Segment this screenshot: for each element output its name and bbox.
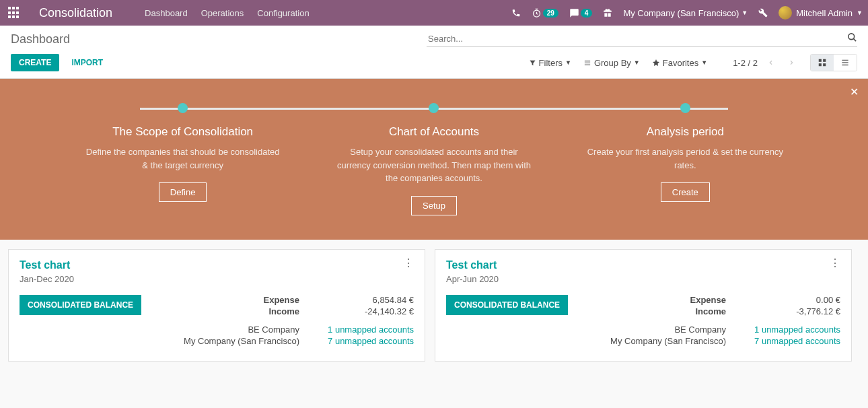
line-label: Expense bbox=[178, 295, 299, 305]
line-value: -3,776.12 € bbox=[739, 306, 840, 316]
line-value: 6,854.84 € bbox=[313, 295, 414, 305]
setup-button[interactable]: Setup bbox=[411, 196, 457, 215]
user-menu[interactable]: Mitchell Admin ▼ bbox=[779, 6, 863, 20]
step-title: The Scope of Consolidation bbox=[70, 125, 296, 139]
filters-dropdown[interactable]: Filters ▼ bbox=[529, 58, 571, 68]
unmapped-link[interactable]: 1 unmapped accounts bbox=[754, 325, 840, 335]
line-label: Income bbox=[605, 306, 726, 316]
chevron-down-icon: ▼ bbox=[857, 9, 863, 16]
nav-right: 29 4 My Company (San Francisco) ▼ Mitche… bbox=[511, 6, 863, 20]
step-desc: Setup your consolidated accounts and the… bbox=[321, 145, 547, 185]
company-label: My Company (San Francisco) bbox=[605, 336, 726, 346]
brand-title: Consolidation bbox=[39, 6, 112, 20]
card-title: Test chart bbox=[446, 259, 499, 271]
company-label: BE Company bbox=[605, 325, 726, 335]
phone-icon[interactable] bbox=[511, 8, 521, 18]
step-desc: Define the companies that should be cons… bbox=[70, 145, 296, 172]
step-dot bbox=[429, 103, 439, 113]
line-label: Expense bbox=[605, 295, 726, 305]
page-range: 1-2 / 2 bbox=[733, 58, 758, 68]
avatar bbox=[779, 6, 792, 20]
nav-menu-operations[interactable]: Operations bbox=[201, 8, 244, 18]
apps-icon[interactable] bbox=[8, 7, 20, 19]
company-name: My Company (San Francisco) bbox=[623, 8, 739, 18]
svg-rect-4 bbox=[819, 63, 822, 66]
search-icon[interactable] bbox=[847, 32, 857, 42]
chevron-down-icon: ▼ bbox=[701, 59, 707, 66]
nav-menu-dashboard[interactable]: Dashboard bbox=[145, 8, 188, 18]
close-icon[interactable]: ✕ bbox=[850, 86, 859, 98]
breadcrumb: Dashboard bbox=[11, 32, 70, 46]
svg-rect-2 bbox=[819, 59, 822, 62]
kanban-view: Test chart Jan-Dec 2020 ⋮ CONSOLIDATED B… bbox=[0, 240, 868, 371]
groupby-dropdown[interactable]: Group By ▼ bbox=[583, 58, 640, 68]
unmapped-link[interactable]: 1 unmapped accounts bbox=[328, 325, 414, 335]
import-button[interactable]: IMPORT bbox=[63, 54, 111, 71]
chevron-down-icon: ▼ bbox=[742, 9, 748, 16]
gift-icon[interactable] bbox=[603, 8, 612, 18]
favorites-dropdown[interactable]: Favorites ▼ bbox=[652, 58, 707, 68]
define-button[interactable]: Define bbox=[159, 182, 207, 202]
user-name: Mitchell Admin bbox=[796, 8, 853, 18]
favorites-label: Favorites bbox=[663, 58, 698, 68]
groupby-label: Group By bbox=[594, 58, 631, 68]
onboarding-step-analysis: Analysis period Create your first analys… bbox=[572, 103, 798, 215]
page-next[interactable] bbox=[785, 56, 798, 69]
company-label: My Company (San Francisco) bbox=[178, 336, 299, 346]
step-title: Chart of Accounts bbox=[321, 125, 547, 139]
step-dot bbox=[178, 103, 188, 113]
svg-point-1 bbox=[848, 34, 855, 40]
filters-label: Filters bbox=[539, 58, 563, 68]
unmapped-link[interactable]: 7 unmapped accounts bbox=[754, 336, 840, 346]
page-prev[interactable] bbox=[764, 56, 778, 69]
control-panel: Dashboard CREATE IMPORT Filters ▼ Group … bbox=[0, 26, 868, 79]
consolidated-balance-button[interactable]: CONSOLIDATED BALANCE bbox=[20, 295, 141, 315]
step-title: Analysis period bbox=[572, 125, 798, 139]
nav-left: Consolidation Dashboard Operations Confi… bbox=[5, 6, 310, 20]
card-period: Jan-Dec 2020 bbox=[20, 274, 74, 284]
step-desc: Create your first analysis period & set … bbox=[572, 145, 798, 172]
onboarding-banner: ✕ The Scope of Consolidation Define the … bbox=[0, 79, 868, 240]
create-button[interactable]: CREATE bbox=[11, 54, 59, 71]
nav-menu-configuration[interactable]: Configuration bbox=[257, 8, 309, 18]
view-kanban[interactable] bbox=[811, 55, 834, 71]
line-value: 0.00 € bbox=[739, 295, 840, 305]
company-label: BE Company bbox=[178, 325, 299, 335]
chat-badge: 4 bbox=[581, 9, 593, 18]
line-value: -24,140.32 € bbox=[313, 306, 414, 316]
svg-rect-5 bbox=[823, 63, 826, 66]
company-selector[interactable]: My Company (San Francisco) ▼ bbox=[623, 8, 748, 18]
card-menu-icon[interactable]: ⋮ bbox=[830, 259, 840, 267]
consolidated-balance-button[interactable]: CONSOLIDATED BALANCE bbox=[446, 295, 568, 315]
debug-icon[interactable] bbox=[758, 8, 768, 18]
navbar: Consolidation Dashboard Operations Confi… bbox=[0, 0, 868, 26]
card-menu-icon[interactable]: ⋮ bbox=[403, 259, 414, 267]
card-title: Test chart bbox=[20, 259, 74, 271]
chat-badge-group[interactable]: 4 bbox=[569, 8, 593, 18]
chevron-down-icon: ▼ bbox=[634, 59, 640, 66]
kanban-card[interactable]: Test chart Jan-Dec 2020 ⋮ CONSOLIDATED B… bbox=[8, 249, 425, 362]
svg-rect-3 bbox=[823, 59, 826, 62]
onboarding-step-coa: Chart of Accounts Setup your consolidate… bbox=[321, 103, 547, 215]
card-table: Expense 0.00 € Income -3,776.12 € BE Com… bbox=[605, 295, 840, 347]
create-period-button[interactable]: Create bbox=[661, 182, 710, 202]
line-label: Income bbox=[178, 306, 299, 316]
search-wrap bbox=[427, 31, 857, 47]
chevron-down-icon: ▼ bbox=[565, 59, 571, 66]
card-table: Expense 6,854.84 € Income -24,140.32 € B… bbox=[178, 295, 414, 347]
kanban-card[interactable]: Test chart Apr-Jun 2020 ⋮ CONSOLIDATED B… bbox=[435, 249, 852, 362]
view-list[interactable] bbox=[834, 55, 857, 71]
search-input[interactable] bbox=[427, 31, 857, 47]
timer-badge: 29 bbox=[543, 9, 558, 18]
nav-menu: Dashboard Operations Configuration bbox=[145, 8, 310, 18]
card-period: Apr-Jun 2020 bbox=[446, 274, 499, 284]
step-dot bbox=[680, 103, 690, 113]
onboarding-step-scope: The Scope of Consolidation Define the co… bbox=[70, 103, 296, 215]
timer-badge-group[interactable]: 29 bbox=[532, 8, 558, 18]
unmapped-link[interactable]: 7 unmapped accounts bbox=[328, 336, 414, 346]
